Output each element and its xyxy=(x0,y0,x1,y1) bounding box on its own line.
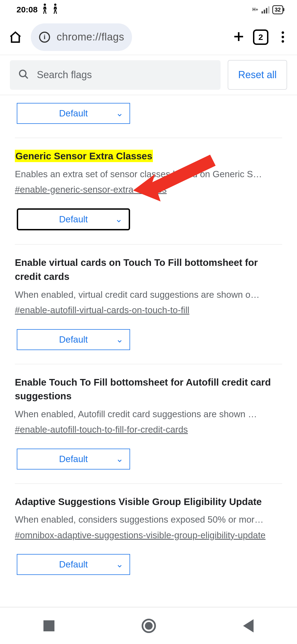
dropdown-value: Default xyxy=(59,334,88,345)
status-right: H+ 32 xyxy=(252,5,283,14)
flag-title: Adaptive Suggestions Visible Group Eligi… xyxy=(15,495,282,509)
flag-anchor-link[interactable]: #omnibox-adaptive-suggestions-visible-gr… xyxy=(15,528,266,542)
nav-home-button[interactable] xyxy=(142,619,156,633)
url-text: chrome://flags/#enab xyxy=(57,31,124,43)
dropdown-value: Default xyxy=(59,454,88,464)
browser-toolbar: i chrome://flags/#enab 2 xyxy=(0,19,297,55)
flag-anchor-link[interactable]: #enable-autofill-touch-to-fill-for-credi… xyxy=(15,423,188,436)
flag-dropdown[interactable]: Default xyxy=(17,554,130,575)
svg-point-0 xyxy=(44,4,46,6)
flag-title: Enable virtual cards on Touch To Fill bo… xyxy=(15,256,282,284)
flag-item: Enable Touch To Fill bottomsheet for Aut… xyxy=(15,364,282,484)
chevron-down-icon xyxy=(116,216,122,223)
signal-icon xyxy=(262,6,270,13)
flag-item: Generic Sensor Extra Classes Enables an … xyxy=(15,138,282,245)
battery-pct: 32 xyxy=(275,7,281,13)
nav-back-button[interactable] xyxy=(243,619,254,632)
flag-title: Generic Sensor Extra Classes xyxy=(15,150,153,162)
battery-indicator: 32 xyxy=(272,5,283,14)
info-icon: i xyxy=(39,32,50,43)
walk-icon xyxy=(52,3,59,16)
dot-icon xyxy=(282,36,284,38)
search-icon xyxy=(18,69,29,81)
flag-dropdown[interactable]: Default xyxy=(17,449,130,470)
flag-description: When enabled, Autofill credit card sugge… xyxy=(15,407,282,421)
flag-item: Default xyxy=(15,95,282,138)
search-row: Search flags Reset all xyxy=(0,55,297,95)
chevron-down-icon xyxy=(116,561,123,568)
flag-dropdown[interactable]: Default xyxy=(17,329,130,350)
svg-point-2 xyxy=(20,70,26,77)
chevron-down-icon xyxy=(116,336,123,343)
tab-count: 2 xyxy=(258,32,263,42)
chevron-down-icon xyxy=(116,456,123,462)
reset-all-label: Reset all xyxy=(238,69,277,81)
flag-anchor-link[interactable]: #enable-generic-sensor-extra-classes xyxy=(15,183,167,197)
status-left: 20:08 xyxy=(16,3,59,16)
home-button[interactable] xyxy=(8,29,23,45)
nav-recents-button[interactable] xyxy=(43,620,54,631)
flag-item: Adaptive Suggestions Visible Group Eligi… xyxy=(15,484,282,589)
network-type-label: H+ xyxy=(252,7,258,12)
flag-title: Enable Touch To Fill bottomsheet for Aut… xyxy=(15,375,282,403)
dropdown-value: Default xyxy=(59,214,88,225)
status-time: 20:08 xyxy=(16,5,38,14)
dot-icon xyxy=(282,31,284,34)
android-nav-bar xyxy=(0,607,297,644)
dot-icon xyxy=(282,40,284,43)
dropdown-value: Default xyxy=(59,108,88,119)
flag-description: When enabled, considers suggestions expo… xyxy=(15,512,282,526)
svg-point-1 xyxy=(54,4,56,6)
chevron-down-icon xyxy=(116,110,123,117)
flag-description: Enables an extra set of sensor classes b… xyxy=(15,167,282,181)
dropdown-value: Default xyxy=(59,559,88,570)
flag-dropdown[interactable]: Default xyxy=(17,103,130,124)
overflow-menu-button[interactable] xyxy=(276,31,289,44)
new-tab-button[interactable] xyxy=(232,30,245,44)
flags-list: Default Generic Sensor Extra Classes Ena… xyxy=(0,95,297,589)
flag-anchor-link[interactable]: #enable-autofill-virtual-cards-on-touch-… xyxy=(15,303,189,317)
search-placeholder: Search flags xyxy=(37,69,92,81)
url-bar[interactable]: i chrome://flags/#enab xyxy=(31,23,132,51)
tab-switcher-button[interactable]: 2 xyxy=(253,29,268,45)
flag-dropdown[interactable]: Default xyxy=(17,208,130,230)
reset-all-button[interactable]: Reset all xyxy=(228,60,287,90)
flag-description: When enabled, virtual credit card sugges… xyxy=(15,288,282,302)
search-input[interactable]: Search flags xyxy=(10,60,221,90)
status-bar: 20:08 H+ 32 xyxy=(0,0,297,19)
flag-item: Enable virtual cards on Touch To Fill bo… xyxy=(15,245,282,364)
walk-icon xyxy=(42,3,48,16)
